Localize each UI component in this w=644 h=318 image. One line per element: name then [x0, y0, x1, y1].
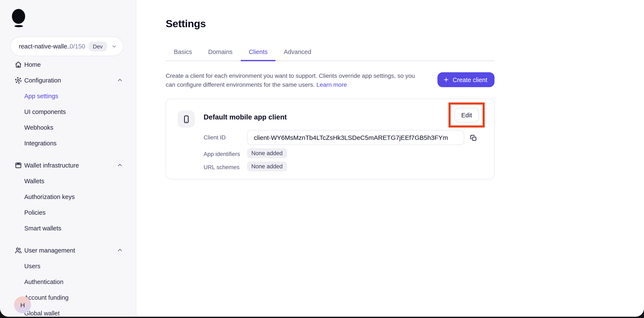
app-window: react-native-walle... 0/150 Dev Home Con… — [0, 0, 644, 317]
sidebar-item-label: User management — [24, 247, 75, 254]
clients-description-text: Create a client for each environment you… — [166, 72, 415, 88]
project-usage: 0/150 — [70, 43, 85, 50]
logo-shadow — [14, 25, 23, 27]
mobile-phone-icon — [182, 115, 190, 124]
sidebar-item-label: Configuration — [24, 77, 61, 84]
user-avatar[interactable]: H — [14, 296, 31, 313]
users-icon — [14, 246, 22, 254]
sidebar-nav: Home Configuration App settings UI compo… — [0, 57, 136, 317]
url-schemes-label: URL schemes — [204, 164, 240, 170]
tab-basics[interactable]: Basics — [166, 44, 200, 60]
client-card: Default mobile app client Edit Client ID… — [166, 99, 494, 179]
sidebar-item-policies[interactable]: Policies — [0, 204, 136, 220]
sidebar-item-configuration[interactable]: Configuration — [0, 72, 136, 88]
create-client-button[interactable]: Create client — [437, 72, 494, 87]
sidebar-item-smart-wallets[interactable]: Smart wallets — [0, 220, 136, 236]
mobile-client-tile — [178, 111, 195, 128]
project-selector[interactable]: react-native-walle... 0/150 Dev — [10, 36, 124, 56]
sidebar-item-integrations[interactable]: Integrations — [0, 135, 136, 151]
learn-more-link[interactable]: Learn more — [316, 81, 347, 88]
sidebar-item-wallets[interactable]: Wallets — [0, 173, 136, 189]
avatar-initial: H — [20, 301, 25, 309]
copy-icon[interactable] — [468, 133, 478, 143]
clients-header-row: Create a client for each environment you… — [166, 71, 494, 89]
create-client-label: Create client — [452, 76, 487, 83]
tab-bar: Basics Domains Clients Advanced — [166, 44, 494, 61]
project-env-badge: Dev — [88, 41, 107, 51]
chevron-down-icon — [111, 43, 117, 49]
home-icon — [14, 61, 22, 68]
tab-clients[interactable]: Clients — [241, 44, 276, 60]
app-identifiers-label: App identifiers — [204, 151, 240, 157]
tab-domains[interactable]: Domains — [200, 44, 240, 60]
client-id-label: Client ID — [204, 134, 226, 141]
sidebar-item-ui-components[interactable]: UI components — [0, 104, 136, 120]
sidebar-item-authentication[interactable]: Authentication — [0, 274, 136, 290]
logo-ball-icon — [12, 9, 25, 24]
sidebar-item-wallet-infrastructure[interactable]: Wallet infrastructure — [0, 157, 136, 173]
plus-icon — [443, 77, 449, 83]
url-schemes-badge: None added — [247, 161, 287, 171]
sidebar: react-native-walle... 0/150 Dev Home Con… — [0, 0, 136, 317]
sidebar-item-label: Home — [24, 61, 41, 68]
chevron-up-icon[interactable] — [117, 247, 123, 253]
annotation-highlight-box: Edit — [448, 102, 485, 128]
gear-icon — [14, 76, 22, 84]
project-name: react-native-walle... — [19, 43, 70, 50]
client-id-input[interactable] — [247, 130, 464, 145]
sidebar-item-home[interactable]: Home — [0, 57, 136, 72]
wallet-icon — [14, 161, 22, 169]
client-card-title: Default mobile app client — [204, 113, 287, 121]
sidebar-item-app-settings[interactable]: App settings — [0, 88, 136, 104]
sidebar-item-authorization-keys[interactable]: Authorization keys — [0, 189, 136, 204]
sidebar-item-users[interactable]: Users — [0, 258, 136, 274]
page-title: Settings — [166, 18, 206, 30]
chevron-up-icon[interactable] — [117, 77, 123, 83]
chevron-up-icon[interactable] — [117, 162, 123, 168]
app-identifiers-badge: None added — [247, 148, 287, 158]
tab-advanced[interactable]: Advanced — [276, 44, 320, 60]
clients-description: Create a client for each environment you… — [166, 71, 423, 89]
sidebar-item-label: Wallet infrastructure — [24, 162, 79, 168]
edit-button[interactable]: Edit — [454, 108, 479, 123]
main-content: Settings Basics Domains Clients Advanced… — [136, 0, 644, 317]
sidebar-item-webhooks[interactable]: Webhooks — [0, 120, 136, 135]
sidebar-item-user-management[interactable]: User management — [0, 242, 136, 258]
app-logo — [12, 9, 27, 28]
